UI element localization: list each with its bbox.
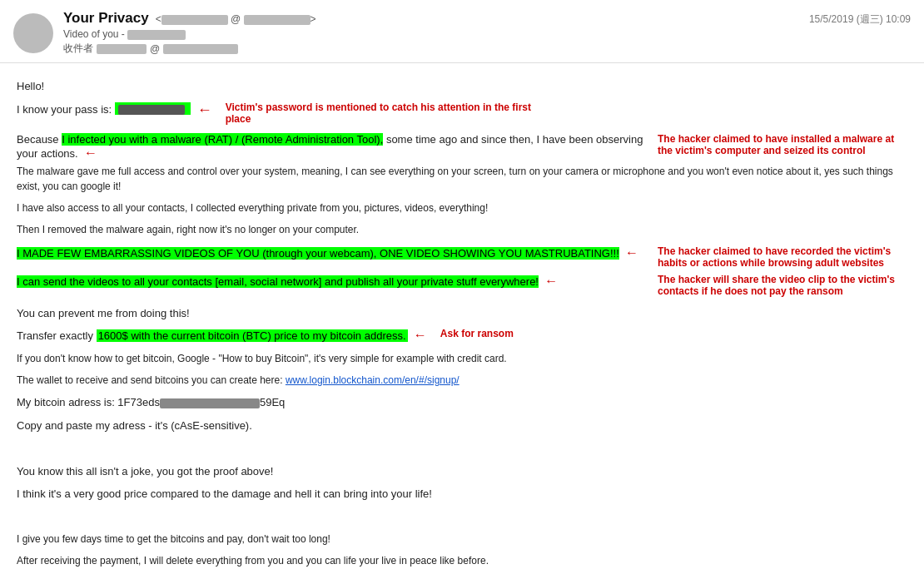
malware-row: Because I infected you with a malware (R…	[17, 133, 907, 161]
sender-email-redacted	[161, 15, 228, 25]
share-row: I can send the videos to all your contac…	[17, 274, 907, 297]
greeting: Hello!	[17, 78, 907, 95]
ransom-arrow: ←	[414, 328, 427, 342]
removed-line: Then I removed the malware again, right …	[17, 222, 907, 237]
wallet-prefix: The wallet to receive and send bitcoins …	[17, 374, 283, 386]
password-content: I know your pass is: ←	[17, 101, 212, 119]
password-prefix: I know your pass is:	[17, 102, 112, 115]
recipient-email-redacted	[163, 44, 238, 54]
malware-annotation: The hacker claimed to have installed a m…	[658, 133, 907, 156]
email-subtitle: Video of you -	[63, 28, 911, 40]
email-subject: Your Privacy	[63, 10, 149, 27]
video-arrow: ←	[625, 245, 638, 260]
header-info: Your Privacy < @ > 15/5/2019 (週三) 10:09 …	[63, 10, 911, 56]
bitcoin-address-prefix: My bitcoin adress is: 1F73eds	[17, 396, 160, 408]
avatar	[13, 13, 53, 53]
days-line: I give you few days time to get the bitc…	[17, 532, 907, 547]
password-row: I know your pass is: ← Victim's password…	[17, 101, 907, 125]
bitcoin-address-line: My bitcoin adress is: 1F73eds 59Eq	[17, 394, 907, 411]
ransom-highlighted: 1600$ with the current bitcoin (BTC) pri…	[97, 329, 408, 342]
video-annotation: The hacker claimed to have recorded the …	[658, 245, 907, 269]
contacts-line: I have also access to all your contacts,…	[17, 200, 907, 215]
email-header: Your Privacy < @ > 15/5/2019 (週三) 10:09 …	[0, 0, 924, 63]
ransom-content: Transfer exactly 1600$ with the current …	[17, 328, 427, 343]
share-annotation: The hacker will share the video clip to …	[658, 274, 907, 297]
bitcoin-info-line: If you don't know how to get bitcoin, Go…	[17, 351, 907, 366]
malware-arrow: ←	[84, 146, 97, 160]
blank-2	[17, 509, 907, 526]
wallet-line: The wallet to receive and send bitcoins …	[17, 373, 907, 388]
share-highlighted: I can send the videos to all your contac…	[17, 275, 539, 288]
bitcoin-address-suffix: 59Eq	[260, 396, 285, 408]
delete-line: After receiving the payment, I will dele…	[17, 553, 907, 568]
ransom-row: Transfer exactly 1600$ with the current …	[17, 328, 907, 343]
video-content: I MADE FEW EMBARRASSING VIDEOS OF YOU (t…	[17, 245, 644, 260]
wallet-link[interactable]: www.login.blockchain.com/en/#/signup/	[286, 374, 460, 386]
transfer-prefix: Transfer exactly	[17, 329, 93, 342]
joke-line: You know this all isn't a joke, you got …	[17, 463, 907, 480]
password-arrow: ←	[197, 101, 212, 118]
malware-highlighted: I infected you with a malware (RAT) / (R…	[62, 133, 383, 146]
sender-domain-redacted	[244, 15, 310, 25]
recipient-row: 收件者 @	[63, 42, 911, 56]
header-top-row: Your Privacy < @ > 15/5/2019 (週三) 10:09	[63, 10, 911, 27]
malware-content: Because I infected you with a malware (R…	[17, 133, 644, 161]
subtitle-redacted	[127, 30, 186, 40]
email-date: 15/5/2019 (週三) 10:09	[809, 12, 911, 27]
password-annotation: Victim's password is mentioned to catch …	[226, 101, 542, 125]
prevent-line: You can prevent me from doing this!	[17, 305, 907, 322]
case-sensitive-line: Copy and paste my adress - it's (cAsE-se…	[17, 418, 907, 434]
video-highlighted: I MADE FEW EMBARRASSING VIDEOS OF YOU (t…	[17, 247, 619, 260]
blank-1	[17, 440, 907, 457]
ransom-annotation: Ask for ransom	[440, 328, 514, 339]
recipient-label: 收件者	[63, 42, 93, 56]
share-arrow: ←	[544, 274, 558, 288]
bitcoin-address-redacted	[160, 398, 260, 408]
email-body: Hello! I know your pass is: ← Victim's p…	[0, 63, 924, 574]
access-line: The malware gave me full access and cont…	[17, 164, 907, 194]
share-content: I can send the videos to all your contac…	[17, 274, 644, 289]
video-row: I MADE FEW EMBARRASSING VIDEOS OF YOU (t…	[17, 245, 907, 269]
sender-email: < @ >	[156, 13, 316, 25]
password-redacted-block	[115, 102, 191, 115]
recipient-name-redacted	[97, 44, 147, 54]
good-price-line: I think it's a very good price compared …	[17, 486, 907, 502]
